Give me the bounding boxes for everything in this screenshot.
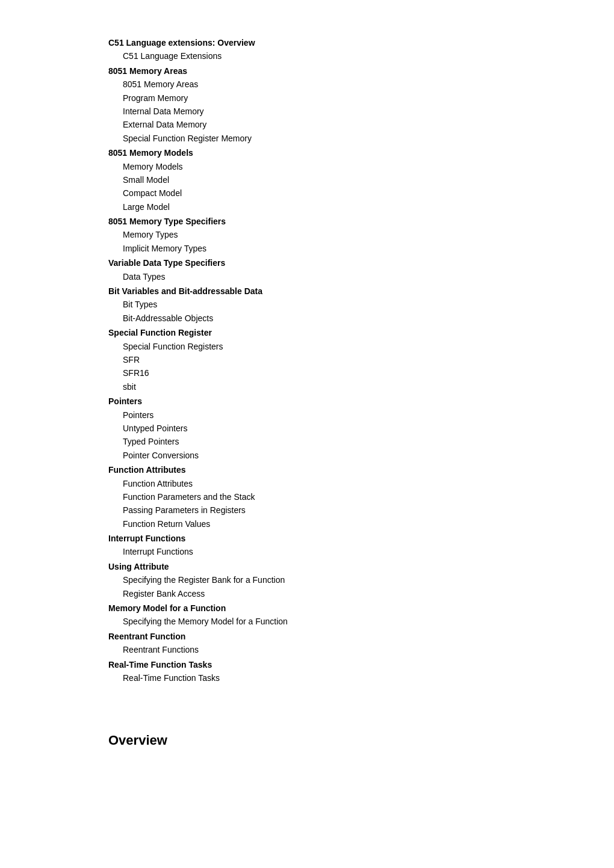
- toc-item-3-1[interactable]: Implicit Memory Types: [108, 242, 566, 255]
- toc-item-8-0[interactable]: Function Attributes: [108, 477, 566, 490]
- toc-section-13: Real-Time Function TasksReal-Time Functi…: [108, 658, 566, 685]
- toc-heading-2[interactable]: 8051 Memory Models: [108, 146, 566, 159]
- toc-item-9-0[interactable]: Interrupt Functions: [108, 545, 566, 558]
- toc-heading-13[interactable]: Real-Time Function Tasks: [108, 658, 566, 671]
- toc-item-7-3[interactable]: Pointer Conversions: [108, 449, 566, 462]
- toc-heading-3[interactable]: 8051 Memory Type Specifiers: [108, 215, 566, 228]
- toc-heading-5[interactable]: Bit Variables and Bit-addressable Data: [108, 285, 566, 298]
- toc-item-11-0[interactable]: Specifying the Memory Model for a Functi…: [108, 615, 566, 628]
- toc-heading-11[interactable]: Memory Model for a Function: [108, 602, 566, 615]
- toc-item-6-3[interactable]: sbit: [108, 380, 566, 393]
- table-of-contents: C51 Language extensions: OverviewC51 Lan…: [108, 36, 566, 685]
- toc-section-3: 8051 Memory Type SpecifiersMemory TypesI…: [108, 215, 566, 255]
- toc-item-10-0[interactable]: Specifying the Register Bank for a Funct…: [108, 573, 566, 586]
- toc-item-7-1[interactable]: Untyped Pointers: [108, 422, 566, 435]
- toc-item-4-0[interactable]: Data Types: [108, 270, 566, 283]
- toc-item-6-0[interactable]: Special Function Registers: [108, 340, 566, 353]
- toc-item-13-0[interactable]: Real-Time Function Tasks: [108, 671, 566, 685]
- toc-heading-7[interactable]: Pointers: [108, 395, 566, 408]
- toc-item-3-0[interactable]: Memory Types: [108, 228, 566, 241]
- toc-section-8: Function AttributesFunction AttributesFu…: [108, 463, 566, 531]
- toc-item-10-1[interactable]: Register Bank Access: [108, 587, 566, 600]
- toc-section-6: Special Function RegisterSpecial Functio…: [108, 326, 566, 393]
- toc-item-7-0[interactable]: Pointers: [108, 408, 566, 422]
- toc-item-12-0[interactable]: Reentrant Functions: [108, 643, 566, 656]
- toc-item-1-4[interactable]: Special Function Register Memory: [108, 132, 566, 145]
- toc-section-10: Using AttributeSpecifying the Register B…: [108, 560, 566, 600]
- toc-section-5: Bit Variables and Bit-addressable DataBi…: [108, 285, 566, 325]
- toc-item-5-0[interactable]: Bit Types: [108, 298, 566, 311]
- toc-item-6-1[interactable]: SFR: [108, 353, 566, 366]
- toc-section-11: Memory Model for a FunctionSpecifying th…: [108, 602, 566, 629]
- toc-heading-6[interactable]: Special Function Register: [108, 326, 566, 339]
- toc-section-0: C51 Language extensions: OverviewC51 Lan…: [108, 36, 566, 63]
- toc-heading-12[interactable]: Reentrant Function: [108, 630, 566, 643]
- toc-item-1-0[interactable]: 8051 Memory Areas: [108, 78, 566, 91]
- overview-section: Overview: [108, 733, 566, 748]
- toc-section-7: PointersPointersUntyped PointersTyped Po…: [108, 395, 566, 462]
- toc-item-0-0[interactable]: C51 Language Extensions: [108, 49, 566, 63]
- toc-heading-10[interactable]: Using Attribute: [108, 560, 566, 573]
- toc-item-8-3[interactable]: Function Return Values: [108, 517, 566, 531]
- toc-section-4: Variable Data Type SpecifiersData Types: [108, 256, 566, 283]
- toc-heading-9[interactable]: Interrupt Functions: [108, 532, 566, 545]
- toc-heading-8[interactable]: Function Attributes: [108, 463, 566, 476]
- toc-item-7-2[interactable]: Typed Pointers: [108, 435, 566, 448]
- toc-item-2-3[interactable]: Large Model: [108, 200, 566, 214]
- overview-title: Overview: [108, 733, 167, 748]
- toc-item-2-0[interactable]: Memory Models: [108, 160, 566, 173]
- toc-item-2-1[interactable]: Small Model: [108, 173, 566, 186]
- toc-item-1-2[interactable]: Internal Data Memory: [108, 105, 566, 118]
- toc-section-1: 8051 Memory Areas8051 Memory AreasProgra…: [108, 64, 566, 145]
- toc-item-2-2[interactable]: Compact Model: [108, 186, 566, 200]
- toc-item-6-2[interactable]: SFR16: [108, 366, 566, 380]
- toc-section-12: Reentrant FunctionReentrant Functions: [108, 630, 566, 657]
- toc-item-8-2[interactable]: Passing Parameters in Registers: [108, 503, 566, 517]
- page-container: C51 Language extensions: OverviewC51 Lan…: [0, 0, 614, 784]
- toc-heading-1[interactable]: 8051 Memory Areas: [108, 64, 566, 78]
- toc-heading-0[interactable]: C51 Language extensions: Overview: [108, 36, 566, 49]
- toc-section-9: Interrupt FunctionsInterrupt Functions: [108, 532, 566, 559]
- toc-item-5-1[interactable]: Bit-Addressable Objects: [108, 312, 566, 325]
- toc-item-1-1[interactable]: Program Memory: [108, 91, 566, 105]
- toc-item-1-3[interactable]: External Data Memory: [108, 118, 566, 131]
- toc-item-8-1[interactable]: Function Parameters and the Stack: [108, 490, 566, 503]
- toc-section-2: 8051 Memory ModelsMemory ModelsSmall Mod…: [108, 146, 566, 214]
- toc-heading-4[interactable]: Variable Data Type Specifiers: [108, 256, 566, 269]
